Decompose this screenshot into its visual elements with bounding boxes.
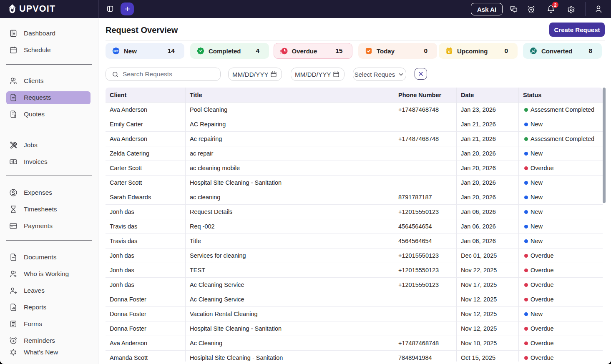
svg-text:NEW: NEW: [113, 50, 118, 52]
